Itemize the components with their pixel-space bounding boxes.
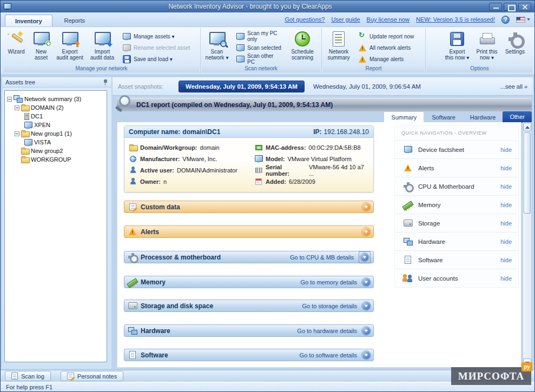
help-icon[interactable] [501, 16, 510, 24]
quick-nav-item-device-factsheet[interactable]: Device factsheet hide [395, 140, 518, 158]
section-storage[interactable]: Storage and disk space Go to storage det… [124, 300, 374, 312]
settings-button[interactable]: Settings [502, 29, 528, 64]
scan-selected-button[interactable]: Scan selected [234, 43, 284, 52]
section-custom-data[interactable]: Custom data [124, 201, 374, 213]
new-version-link[interactable]: NEW: Version 3.5 is released! [416, 16, 495, 23]
ribbon-group-caption-scan: Scan network [202, 64, 320, 72]
hide-link[interactable]: hide [500, 220, 512, 227]
manage-alerts-button[interactable]: Manage alerts [356, 55, 418, 63]
user-guide-link[interactable]: User guide [331, 16, 360, 23]
tab-hardware[interactable]: Hardware [463, 112, 503, 123]
export-audit-agent-button[interactable]: Export audit agent [54, 29, 86, 64]
hide-link[interactable]: hide [500, 165, 512, 171]
quick-nav-item-user-accounts[interactable]: User accounts hide [395, 269, 518, 287]
expander-icon[interactable] [15, 131, 19, 136]
tab-summary[interactable]: Summary [384, 111, 424, 123]
hide-link[interactable]: hide [500, 275, 512, 282]
maximize-button[interactable] [504, 3, 517, 11]
manage-assets-button[interactable]: Manage assets ▾ [121, 32, 195, 41]
export-icon [450, 32, 464, 46]
print-this-now-button[interactable]: Print this now ▾ [472, 29, 502, 64]
update-report-button[interactable]: Update report now [356, 32, 418, 41]
save-and-load-button[interactable]: Save and load ▾ [121, 55, 195, 63]
go-to-hardware-details-link[interactable]: Go to hardware details [297, 328, 357, 334]
tab-inventory[interactable]: Inventory [5, 15, 52, 26]
vertical-scrollbar[interactable] [523, 122, 532, 368]
hide-link[interactable]: hide [500, 202, 512, 208]
tree-item-domain[interactable]: DOMAIN (2) [6, 103, 105, 112]
section-processor-motherboard[interactable]: Processor & motherboard Go to CPU & MB d… [124, 251, 374, 263]
go-to-storage-details-link[interactable]: Go to storage details [302, 303, 357, 309]
printer-icon [479, 32, 495, 46]
pin-icon[interactable] [103, 79, 108, 86]
new-asset-button[interactable]: New asset [29, 29, 54, 64]
quick-nav-item-storage[interactable]: Storage hide [395, 214, 518, 232]
section-alerts[interactable]: Alerts [124, 225, 374, 238]
header-links: Got questions? User guide Buy license no… [285, 12, 530, 26]
scroll-up-button[interactable] [523, 123, 531, 131]
tree-item-network-summary[interactable]: Network summary (3) [6, 95, 105, 103]
collapse-chevron-button[interactable] [360, 253, 369, 262]
quick-nav-item-cpu-motherboard[interactable]: CPU & Motherboard hide [395, 177, 518, 195]
quick-nav-item-hardware[interactable]: Hardware hide [395, 232, 518, 250]
tree-item-new-group1[interactable]: New group1 (1) [6, 129, 105, 138]
quick-nav-item-alerts[interactable]: Alerts hide [395, 158, 518, 177]
network-summary-icon [333, 31, 345, 46]
go-to-memory-details-link[interactable]: Go to memory details [300, 279, 357, 285]
expander-icon[interactable] [15, 105, 19, 110]
export-this-now-button[interactable]: Export this now ▾ [442, 29, 472, 64]
go-to-cpu-details-link[interactable]: Go to CPU & MB details [290, 254, 354, 261]
collapse-chevron-button[interactable] [362, 203, 371, 211]
close-button[interactable] [518, 3, 531, 11]
tree-item-xpen[interactable]: XPEN [6, 121, 105, 129]
network-summary-button[interactable]: Network summary [323, 29, 354, 64]
got-questions-link[interactable]: Got questions? [285, 16, 325, 23]
collapse-chevron-button[interactable] [362, 351, 371, 360]
refresh-icon [359, 32, 366, 40]
scan-log-tab[interactable]: Scan log [5, 371, 51, 381]
hide-link[interactable]: hide [500, 147, 512, 153]
tab-reports[interactable]: Reports [55, 15, 95, 26]
hide-link[interactable]: hide [500, 238, 512, 245]
snapshot-selected-button[interactable]: Wednesday, July 01, 2009, 9:54:13 AM [179, 81, 305, 92]
hide-link[interactable]: hide [500, 257, 512, 263]
hide-link[interactable]: hide [500, 183, 512, 190]
collapse-chevron-button[interactable] [362, 228, 371, 236]
section-software[interactable]: Software Go to software details [124, 349, 374, 361]
scan-network-button[interactable]: Scan network ▾ [202, 29, 232, 64]
tree-item-new-group2[interactable]: New group2 [6, 147, 105, 155]
collapse-chevron-button[interactable] [362, 327, 371, 335]
minimize-button[interactable] [489, 3, 502, 11]
section-hardware[interactable]: Hardware Go to hardware details [124, 324, 374, 337]
tree-item-workgroup[interactable]: WORKGROUP [6, 155, 105, 164]
disk-icon [128, 302, 137, 309]
scan-my-pc-button[interactable]: Scan my PC only [234, 32, 284, 41]
language-selector[interactable] [516, 17, 530, 23]
snapshot-button[interactable]: Wednesday, July 01, 2009, 9:06:54 AM [305, 81, 430, 92]
see-all-link[interactable]: ...see all » [500, 83, 527, 90]
expander-icon[interactable] [7, 97, 12, 102]
collapse-chevron-button[interactable] [362, 302, 371, 310]
personal-notes-tab[interactable]: Personal notes [61, 371, 123, 381]
quick-nav-item-software[interactable]: Software hide [395, 250, 518, 269]
tree-item-dc1[interactable]: DC1 [6, 112, 105, 121]
scrollbar-thumb[interactable] [524, 132, 531, 214]
buy-license-link[interactable]: Buy license now [367, 16, 410, 23]
all-network-alerts-button[interactable]: All network alerts [356, 43, 418, 52]
wizard-icon [8, 31, 24, 46]
tab-other[interactable]: Other [503, 111, 532, 123]
gear-icon [404, 182, 412, 191]
schedule-scanning-button[interactable]: Schedule scanning [286, 29, 319, 64]
quick-nav-item-memory[interactable]: Memory hide [395, 195, 518, 214]
collapse-chevron-button[interactable] [362, 278, 371, 287]
wizard-button[interactable]: Wizard [4, 29, 29, 64]
section-memory[interactable]: Memory Go to memory details [124, 276, 374, 288]
report-tab-bar: Summary Software Hardware Other [384, 111, 532, 123]
ribbon-group-caption-options: Options [427, 64, 532, 72]
tree-item-vista[interactable]: VISTA [6, 138, 105, 147]
import-audit-data-button[interactable]: Import audit data [86, 29, 118, 64]
tab-software[interactable]: Software [424, 112, 462, 123]
scan-other-pc-button[interactable]: Scan other PC [234, 55, 284, 63]
go-to-software-details-link[interactable]: Go to software details [300, 352, 357, 358]
rename-selected-asset-button[interactable]: Rename selected asset [121, 43, 195, 52]
